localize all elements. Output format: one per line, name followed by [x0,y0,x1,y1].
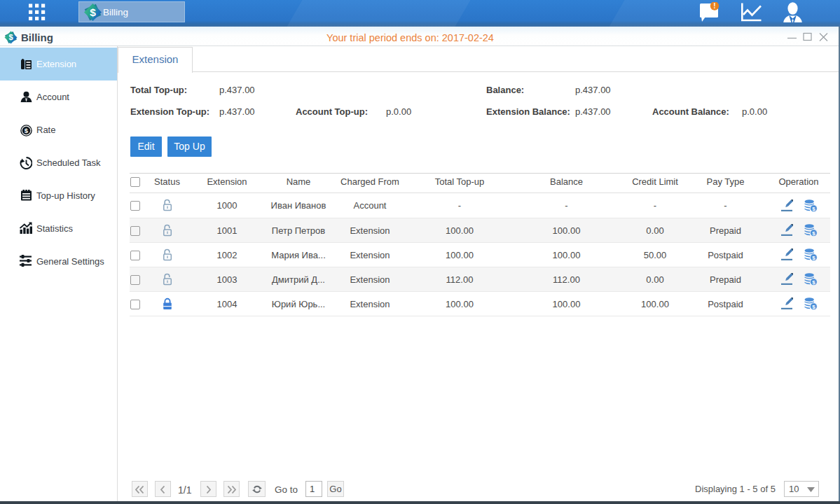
svg-text:$: $ [812,205,815,211]
svg-text:!: ! [713,2,715,10]
svg-text:$: $ [812,255,815,261]
svg-text:$: $ [812,230,815,237]
svg-text:$: $ [812,279,815,286]
svg-text:$: $ [90,6,96,18]
svg-text:$: $ [812,304,815,310]
svg-text:$: $ [25,127,29,134]
